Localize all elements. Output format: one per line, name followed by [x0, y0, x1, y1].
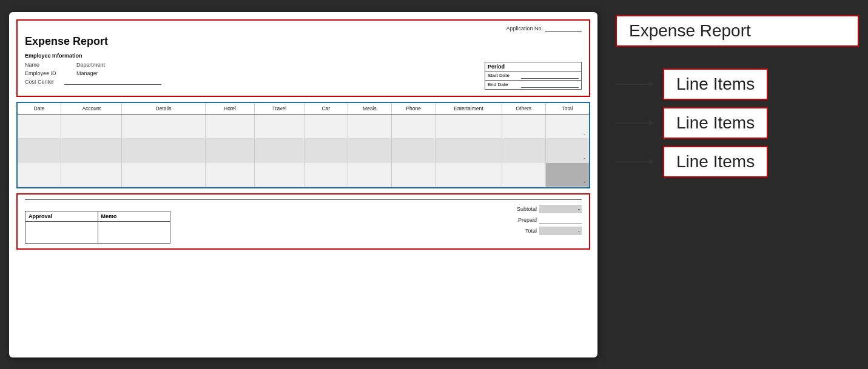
- arrow-head-2: [649, 120, 654, 126]
- cell[interactable]: [122, 115, 205, 138]
- approval-cell[interactable]: [25, 222, 98, 243]
- table-body: - -: [18, 115, 589, 187]
- costcenter-underline[interactable]: [64, 79, 161, 85]
- cell[interactable]: [502, 139, 546, 162]
- cell[interactable]: [392, 115, 436, 138]
- cell[interactable]: [18, 115, 61, 138]
- line-items-annotation-1: Line Items: [616, 68, 859, 100]
- start-date-label: Start Date: [488, 73, 521, 78]
- footer-divider: [25, 199, 582, 200]
- cell[interactable]: -: [546, 139, 589, 162]
- footer-right: Subtotal - Prepaid Total -: [485, 205, 582, 244]
- table-row: -: [18, 163, 589, 187]
- subtotal-row: Subtotal -: [485, 205, 582, 213]
- fields-left: Name Department Employee ID: [25, 62, 473, 87]
- empid-label: Employee ID: [25, 70, 64, 76]
- line-items-annotation-3: Line Items: [616, 146, 859, 178]
- employee-info-label: Employee Information: [25, 53, 582, 59]
- cell[interactable]: [436, 115, 502, 138]
- cell[interactable]: [61, 163, 122, 187]
- costcenter-field: Cost Center: [25, 79, 473, 85]
- cell[interactable]: [122, 163, 205, 187]
- dept-field: Department: [76, 62, 116, 68]
- approval-col-header: Approval: [25, 211, 98, 221]
- memo-cell[interactable]: [98, 222, 170, 243]
- name-field: Name: [25, 62, 64, 68]
- arrow-2: [616, 120, 654, 126]
- cell[interactable]: [304, 163, 348, 187]
- col-phone: Phone: [392, 103, 436, 114]
- costcenter-label: Cost Center: [25, 79, 64, 85]
- col-date: Date: [18, 103, 61, 114]
- cell[interactable]: -: [546, 163, 589, 187]
- footer-section: Approval Memo Subtotal -: [16, 193, 590, 250]
- line-items-label-3: Line Items: [676, 152, 755, 171]
- cell[interactable]: [348, 115, 392, 138]
- cell[interactable]: [436, 163, 502, 187]
- total-row: Total -: [485, 227, 582, 235]
- expense-report-annotation-label: Expense Report: [629, 21, 751, 40]
- col-account: Account: [61, 103, 122, 114]
- main-container: Application No. Expense Report Employee …: [9, 12, 859, 357]
- cell[interactable]: [392, 139, 436, 162]
- cell[interactable]: [18, 163, 61, 187]
- cell[interactable]: [206, 163, 255, 187]
- cell[interactable]: [304, 115, 348, 138]
- cell[interactable]: [348, 139, 392, 162]
- expense-report-annotation-box: Expense Report: [616, 15, 859, 47]
- table-row: -: [18, 115, 589, 139]
- end-date-label: End Date: [488, 82, 521, 87]
- cell[interactable]: [304, 139, 348, 162]
- empid-manager-row: Employee ID Manager: [25, 70, 473, 79]
- cell[interactable]: [206, 139, 255, 162]
- cell[interactable]: [18, 139, 61, 162]
- cell[interactable]: [255, 163, 304, 187]
- cell[interactable]: [348, 163, 392, 187]
- cell[interactable]: [255, 139, 304, 162]
- footer-content: Approval Memo Subtotal -: [25, 205, 582, 244]
- total-label: Total: [485, 228, 539, 234]
- annotations-panel: Expense Report Line Items Lin: [616, 12, 859, 185]
- cell[interactable]: [206, 115, 255, 138]
- cell[interactable]: [122, 139, 205, 162]
- approval-table: Approval Memo: [25, 211, 170, 244]
- app-no-box[interactable]: [545, 25, 582, 32]
- cell[interactable]: [61, 115, 122, 138]
- name-dept-row: Name Department: [25, 62, 473, 70]
- table-header: Date Account Details Hotel Travel Car Me…: [18, 103, 589, 115]
- manager-label: Manager: [76, 70, 116, 76]
- cell[interactable]: -: [546, 115, 589, 138]
- approval-body-row: [25, 222, 170, 243]
- arrow-head-1: [649, 81, 654, 87]
- col-hotel: Hotel: [206, 103, 255, 114]
- start-date-value[interactable]: [521, 73, 579, 79]
- line-items-label-2: Line Items: [676, 113, 755, 132]
- header-section: Application No. Expense Report Employee …: [16, 19, 590, 97]
- cell[interactable]: [502, 163, 546, 187]
- form-title: Expense Report: [25, 35, 582, 48]
- subtotal-value: -: [539, 205, 582, 213]
- arrow-line-1: [616, 84, 649, 85]
- form-document: Application No. Expense Report Employee …: [9, 12, 597, 357]
- total-value: -: [539, 227, 582, 235]
- app-no-row: Application No.: [25, 25, 582, 32]
- cell[interactable]: [392, 163, 436, 187]
- arrow-line-2: [616, 122, 649, 124]
- col-details: Details: [122, 103, 205, 114]
- line-items-box-3: Line Items: [663, 146, 768, 178]
- cell[interactable]: [255, 115, 304, 138]
- table-row: -: [18, 139, 589, 163]
- cell[interactable]: [436, 139, 502, 162]
- end-date-value[interactable]: [521, 82, 579, 88]
- dept-label: Department: [76, 62, 116, 68]
- arrow-line-3: [616, 161, 649, 162]
- prepaid-value[interactable]: [539, 216, 582, 224]
- cell[interactable]: [502, 115, 546, 138]
- name-label: Name: [25, 62, 64, 68]
- app-no-label: Application No.: [506, 25, 543, 32]
- col-others: Others: [502, 103, 546, 114]
- cell[interactable]: [61, 139, 122, 162]
- table-section: Date Account Details Hotel Travel Car Me…: [16, 102, 590, 188]
- line-items-label-1: Line Items: [676, 75, 755, 93]
- line-items-box-2: Line Items: [663, 107, 768, 139]
